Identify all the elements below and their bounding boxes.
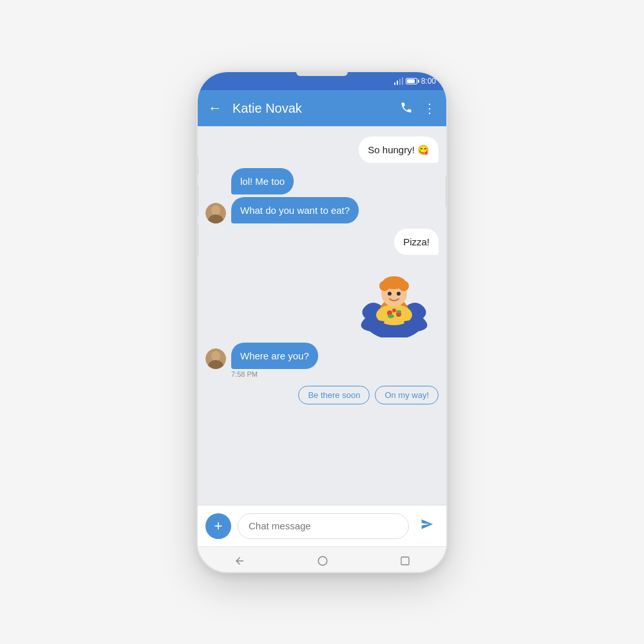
send-button[interactable] [415, 513, 439, 539]
avatar [205, 348, 226, 369]
sent-bubble: So hungry! 😋 [359, 137, 439, 163]
received-group: lol! Me too What do you want to eat? [205, 168, 439, 223]
chat-input[interactable] [238, 513, 409, 539]
mute-button [196, 223, 198, 256]
back-nav-button[interactable] [234, 555, 245, 567]
message-row: What do you want to eat? [205, 197, 439, 223]
message-time: 7:58 PM [231, 370, 439, 378]
battery-icon [406, 78, 417, 84]
input-bar: + [198, 505, 446, 546]
received-bubble: lol! Me too [231, 168, 294, 194]
svg-point-17 [397, 292, 401, 296]
smart-reply-on-my-way[interactable]: On my way! [375, 386, 439, 404]
app-bar-actions: ⋮ [400, 101, 436, 116]
signal-strength-icon [394, 77, 403, 85]
volume-down-button [196, 185, 198, 217]
signal-indicator [394, 77, 417, 85]
smart-replies: Be there soon On my way! [205, 386, 439, 404]
svg-point-11 [396, 310, 401, 314]
message-row: Where are you? [205, 343, 439, 369]
svg-rect-23 [401, 557, 409, 565]
volume-up-button [196, 156, 198, 175]
svg-point-16 [388, 292, 392, 296]
message-row: Pizza! [205, 229, 439, 255]
nav-bar [198, 546, 446, 573]
svg-point-14 [379, 281, 390, 291]
chat-area: So hungry! 😋 lol! Me too What do you wan… [198, 126, 446, 505]
message-row: So hungry! 😋 [205, 137, 439, 163]
svg-point-15 [399, 281, 409, 291]
add-button[interactable]: + [205, 513, 231, 539]
received-bubble: What do you want to eat? [231, 197, 359, 223]
svg-point-3 [213, 207, 219, 213]
sent-bubble: Pizza! [394, 229, 439, 255]
svg-point-22 [318, 556, 327, 565]
more-options-button[interactable]: ⋮ [423, 102, 436, 115]
app-bar: ← Katie Novak ⋮ [198, 90, 446, 126]
back-button[interactable]: ← [208, 100, 222, 117]
power-button [446, 175, 448, 207]
home-nav-button[interactable] [317, 555, 328, 567]
call-button[interactable] [400, 101, 413, 116]
phone-frame: 8:00 ← Katie Novak ⋮ So hungry! 😋 lol! M… [196, 71, 448, 573]
phone-notch [296, 72, 348, 76]
sticker [352, 260, 436, 337]
received-last-group: Where are you? 7:58 PM [205, 343, 439, 378]
svg-point-21 [213, 352, 219, 359]
recent-nav-button[interactable] [400, 556, 410, 566]
status-time: 8:00 [421, 77, 436, 86]
sticker-row [205, 260, 439, 337]
avatar [205, 203, 226, 223]
svg-point-9 [392, 308, 396, 312]
smart-reply-be-there-soon[interactable]: Be there soon [298, 386, 370, 404]
received-bubble: Where are you? [231, 343, 318, 369]
message-row: lol! Me too [205, 168, 439, 194]
contact-name: Katie Novak [232, 101, 390, 116]
svg-point-10 [388, 314, 394, 318]
